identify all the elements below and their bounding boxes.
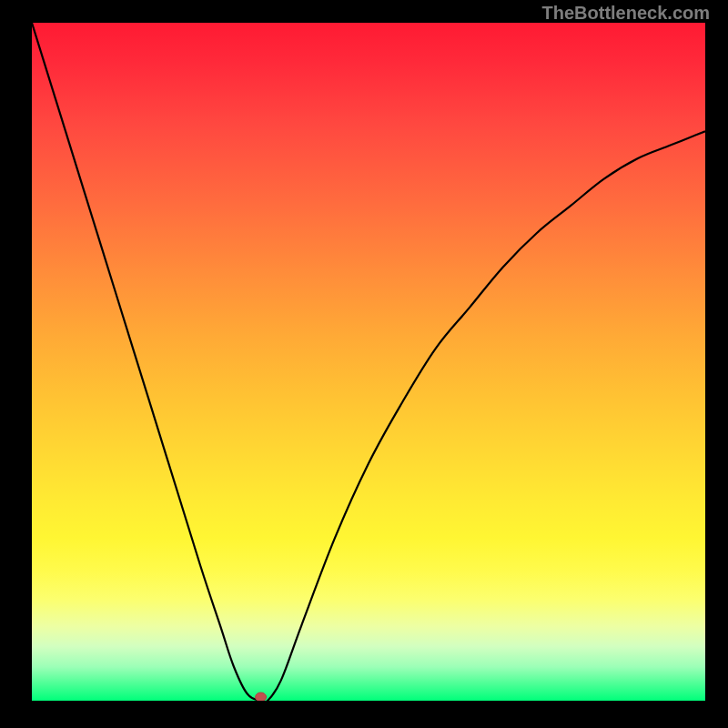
watermark-text: TheBottleneck.com <box>542 3 710 24</box>
bottleneck-curve <box>32 23 705 701</box>
svg-point-0 <box>256 693 267 701</box>
plot-area <box>32 23 705 701</box>
chart-frame: TheBottleneck.com <box>0 0 728 728</box>
